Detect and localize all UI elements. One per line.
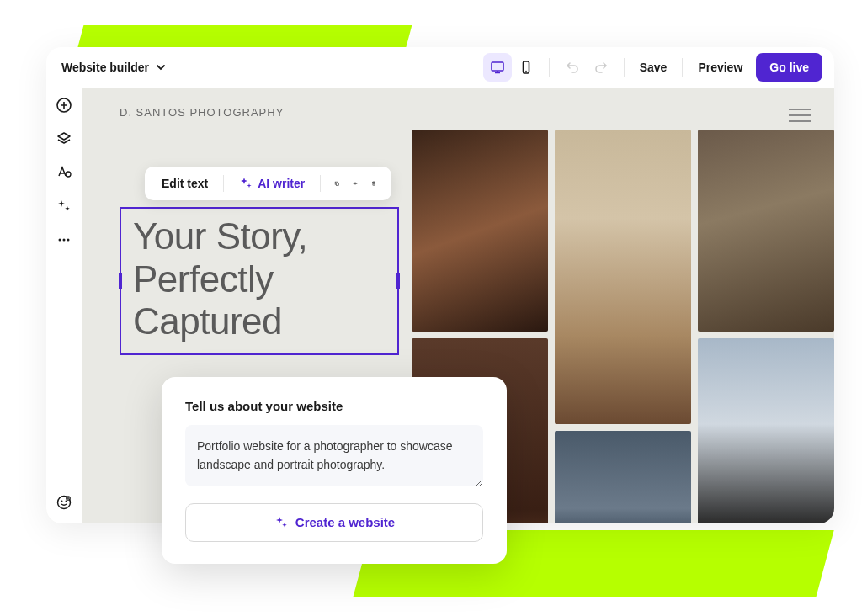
- layers-button[interactable]: [55, 130, 73, 148]
- more-button[interactable]: [55, 231, 73, 249]
- svg-point-10: [66, 501, 67, 502]
- mobile-icon: [519, 60, 534, 75]
- edit-text-button[interactable]: Edit text: [155, 173, 215, 194]
- svg-point-14: [354, 183, 356, 184]
- redo-icon: [593, 60, 609, 75]
- create-website-button[interactable]: Create a website: [185, 503, 483, 542]
- gallery-image[interactable]: [555, 431, 691, 523]
- ai-writer-button[interactable]: AI writer: [232, 173, 311, 194]
- feedback-button[interactable]: [55, 493, 73, 512]
- undo-icon: [565, 60, 580, 75]
- gallery-image[interactable]: [555, 130, 691, 424]
- sparkles-icon: [56, 198, 72, 215]
- app-selector-dropdown[interactable]: Website builder: [58, 56, 169, 79]
- divider: [624, 58, 625, 77]
- site-menu-button[interactable]: [789, 104, 811, 126]
- desktop-view-button[interactable]: [483, 53, 512, 82]
- preview-button[interactable]: Preview: [691, 56, 749, 79]
- divider: [320, 175, 321, 192]
- svg-point-9: [61, 501, 63, 502]
- undo-button[interactable]: [558, 53, 587, 82]
- ai-writer-label: AI writer: [258, 177, 305, 190]
- gallery-image[interactable]: [698, 338, 834, 523]
- resize-handle-left[interactable]: [119, 273, 122, 289]
- text-edit-toolbar: Edit text AI writer: [145, 167, 391, 200]
- redo-button[interactable]: [587, 53, 615, 82]
- topbar: Website builder Save Preview Go live: [46, 47, 834, 88]
- svg-point-7: [67, 239, 70, 242]
- smile-icon: [56, 494, 72, 511]
- selected-text-element[interactable]: Your Story, Perfectly Captured: [120, 207, 399, 355]
- visibility-button[interactable]: [348, 176, 363, 191]
- chevron-down-icon: [156, 62, 166, 72]
- sparkles-icon: [274, 515, 289, 530]
- headline-text[interactable]: Your Story, Perfectly Captured: [133, 215, 386, 343]
- gallery-image[interactable]: [698, 130, 834, 332]
- divider: [549, 58, 550, 77]
- hamburger-line: [789, 109, 811, 110]
- ai-website-generator-card: Tell us about your website Create a webs…: [162, 377, 507, 564]
- hamburger-line: [789, 120, 811, 122]
- dots-icon: [56, 231, 72, 248]
- gallery-image[interactable]: [412, 130, 548, 332]
- trash-icon: [371, 177, 376, 190]
- site-brand-text[interactable]: D. SANTOS PHOTOGRAPHY: [120, 106, 284, 119]
- copy-icon: [334, 177, 339, 190]
- divider: [178, 58, 178, 77]
- go-live-button[interactable]: Go live: [756, 53, 822, 82]
- resize-handle-right[interactable]: [396, 273, 400, 289]
- plus-circle-icon: [56, 97, 72, 114]
- mobile-view-button[interactable]: [512, 53, 540, 82]
- save-button[interactable]: Save: [633, 56, 674, 79]
- text-style-icon: [56, 164, 72, 181]
- layers-icon: [56, 130, 72, 147]
- ai-card-title: Tell us about your website: [185, 399, 483, 413]
- left-sidebar: [46, 88, 82, 523]
- svg-point-5: [59, 239, 61, 242]
- app-selector-label: Website builder: [61, 61, 149, 74]
- eye-icon: [353, 176, 358, 191]
- duplicate-button[interactable]: [329, 176, 344, 191]
- svg-point-6: [63, 239, 66, 242]
- sparkles-icon: [239, 177, 253, 190]
- add-element-button[interactable]: [55, 96, 73, 114]
- ai-tools-button[interactable]: [55, 197, 73, 215]
- hamburger-line: [789, 114, 811, 116]
- svg-point-4: [66, 172, 71, 177]
- create-website-label: Create a website: [295, 515, 395, 529]
- divider: [682, 58, 683, 77]
- styles-button[interactable]: [55, 163, 73, 182]
- desktop-icon: [490, 60, 505, 75]
- website-description-input[interactable]: [185, 425, 483, 486]
- divider: [223, 175, 224, 192]
- svg-rect-13: [337, 183, 339, 185]
- svg-point-2: [525, 70, 527, 72]
- svg-rect-0: [492, 62, 503, 71]
- delete-button[interactable]: [366, 176, 381, 191]
